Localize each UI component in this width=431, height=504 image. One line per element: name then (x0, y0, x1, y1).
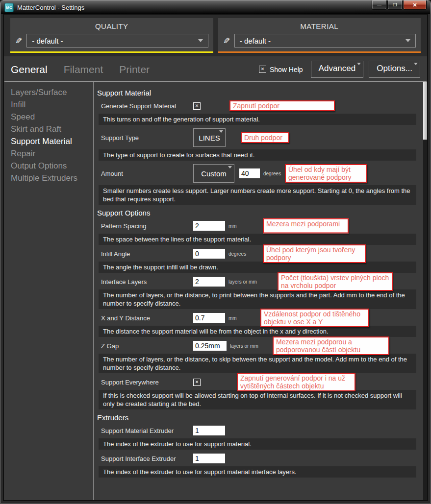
help-text: The index of the extruder to use for sup… (99, 466, 416, 478)
scrollbar-thumb[interactable] (423, 82, 427, 140)
sidebar-item-speed[interactable]: Speed (11, 111, 93, 123)
setting-row-support-interface-extruder: Support Interface Extruder (94, 453, 423, 464)
setting-row-amount: AmountCustomdegreesÚhel od kdy mají být … (94, 164, 423, 183)
input-pattern-spacing[interactable] (193, 221, 225, 231)
setting-row-z-gap: Z Gaplayers or mmMezera mezi podporou a … (94, 340, 423, 352)
options-button-label: Options... (377, 64, 412, 73)
sidebar-item-multiple-extruders[interactable]: Multiple Extruders (11, 172, 93, 184)
annotation-note: Úhel od kdy mají být generované podpory (285, 164, 367, 183)
quality-preset-select[interactable]: - default - (26, 34, 208, 48)
annotation-note: Počet (tlouškta) vrstev plných ploch na … (278, 272, 393, 291)
input-support-interface-extruder[interactable] (193, 454, 225, 463)
dropdown-value: Custom (201, 169, 227, 178)
chevron-down-icon (406, 39, 410, 42)
setting-row-support-material-extruder: Support Material Extruder (94, 425, 423, 436)
annotation-note: Vzdálenost podpor od tištěného objektu v… (260, 309, 369, 327)
show-help-label: Show Help (270, 66, 303, 73)
setting-label: Generate Support Material (101, 102, 193, 110)
help-text: The type of support to create for surfac… (99, 149, 416, 161)
sidebar-item-skirt-and-raft[interactable]: Skirt and Raft (11, 123, 93, 135)
sidebar-item-repair[interactable]: Repair (11, 147, 93, 160)
unit-label: layers or mm (230, 343, 258, 349)
window-body: QUALITY ✎ - default - MATERIAL ✎ - defau… (3, 14, 428, 501)
help-text: The number of layers, or the distance, t… (99, 354, 416, 373)
tab-bar: GeneralFilamentPrinter ✕ Show Help Advan… (4, 56, 427, 81)
checked-checkbox-icon[interactable]: ✕ (193, 379, 201, 386)
settings-panel: Support MaterialGenerate Support Materia… (94, 82, 423, 500)
quality-panel-title: QUALITY (15, 22, 208, 30)
setting-label: Support Interface Extruder (101, 455, 193, 462)
edit-pencil-icon[interactable]: ✎ (15, 37, 22, 45)
setting-row-support-everywhere: Support Everywhere✕Zapnutí generování po… (94, 376, 423, 388)
sidebar-item-layers-surface[interactable]: Layers/Surface (11, 86, 93, 98)
setting-row-infill-angle: Infill AngledegreesÚhel pod kterým jsou … (94, 248, 423, 260)
minimize-button-icon[interactable]: — (372, 0, 387, 10)
setting-row-generate-support-material: Generate Support Material✕Zapnutí podpor (94, 100, 423, 112)
setting-label: X and Y Distance (101, 314, 193, 322)
title-bar[interactable]: MC MatterControl - Settings — ❐ ✕ (0, 0, 431, 14)
setting-row-pattern-spacing: Pattern SpacingmmMezera mezi podporami (94, 220, 423, 232)
annotation-note: Druh podpor (241, 132, 289, 143)
sidebar-item-support-material[interactable]: Support Material (11, 135, 93, 147)
unit-label: layers or mm (228, 279, 257, 285)
show-help-toggle[interactable]: ✕ Show Help (259, 66, 303, 73)
quality-preset-value: - default - (32, 37, 63, 45)
help-text: This turns on and off the generation of … (99, 114, 416, 125)
sidebar-item-output-options[interactable]: Output Options (11, 160, 93, 172)
chevron-down-icon (219, 130, 223, 133)
section-heading-support-material: Support Material (94, 89, 423, 97)
advanced-button[interactable]: Advanced (311, 61, 364, 78)
unit-label: mm (228, 315, 237, 321)
help-text: Smaller numbers create less support. Lar… (99, 185, 416, 205)
maximize-button-icon[interactable]: ❐ (387, 0, 403, 10)
checked-checkbox-icon[interactable]: ✕ (193, 102, 201, 110)
setting-label: Support Material Extruder (101, 427, 193, 434)
tab-filament[interactable]: Filament (64, 64, 103, 75)
setting-row-interface-layers: Interface Layerslayers or mmPočet (tlouš… (94, 276, 423, 288)
input-support-material-extruder[interactable] (193, 426, 225, 435)
quality-preset-panel: QUALITY ✎ - default - (10, 18, 213, 53)
setting-label: Support Everywhere (101, 379, 193, 386)
close-button-icon[interactable]: ✕ (403, 0, 427, 10)
annotation-note: Mezera mezi podporami (263, 218, 349, 234)
dropdown-amount[interactable]: Custom (193, 164, 234, 183)
annotation-note: Úhel pod kterým jsou tvořeny podpory (263, 244, 366, 263)
checked-checkbox-icon[interactable]: ✕ (259, 66, 266, 73)
window-controls: — ❐ ✕ (372, 0, 427, 10)
dropdown-value: LINES (199, 134, 220, 142)
input-infill-angle[interactable] (193, 249, 225, 259)
tab-printer[interactable]: Printer (119, 64, 150, 75)
unit-label: mm (228, 223, 237, 229)
material-preset-value: - default - (240, 37, 271, 45)
edit-pencil-icon[interactable]: ✎ (223, 37, 230, 45)
advanced-button-label: Advanced (319, 64, 356, 73)
app-icon: MC (4, 3, 14, 12)
setting-label: Amount (101, 170, 193, 177)
setting-row-x-and-y-distance: X and Y DistancemmVzdálenost podpor od t… (94, 312, 423, 324)
window-title: MatterControl - Settings (17, 4, 84, 11)
scrollbar[interactable] (423, 82, 427, 500)
annotation-note: Zapnutí generování podpor i na už vytišt… (237, 373, 355, 391)
annotation-note: Mezera mezi podporou a podporovanou část… (273, 336, 389, 355)
input-z-gap[interactable] (193, 341, 227, 351)
app-window: MC MatterControl - Settings — ❐ ✕ QUALIT… (0, 0, 431, 504)
annotation-note: Zapnutí podpor (229, 100, 335, 111)
help-text: The angle the support infill will be dra… (99, 262, 416, 273)
material-preset-select[interactable]: - default - (234, 34, 416, 48)
sidebar-item-infill[interactable]: Infill (11, 98, 93, 111)
tabs: GeneralFilamentPrinter (11, 64, 166, 75)
chevron-down-icon (414, 63, 418, 65)
setting-label: Support Type (101, 134, 193, 142)
tab-general[interactable]: General (11, 64, 48, 75)
input-x-and-y-distance[interactable] (193, 313, 225, 323)
options-button[interactable]: Options... (369, 61, 420, 78)
sidebar: Layers/SurfaceInfillSpeedSkirt and RaftS… (4, 82, 93, 500)
dropdown-support-type[interactable]: LINES (193, 128, 226, 147)
input-amount[interactable] (239, 168, 260, 178)
chevron-down-icon (357, 63, 361, 65)
material-panel-title: MATERIAL (223, 22, 416, 30)
setting-label: Interface Layers (101, 278, 193, 286)
content-area: Layers/SurfaceInfillSpeedSkirt and RaftS… (4, 82, 427, 500)
input-interface-layers[interactable] (193, 277, 225, 287)
material-preset-panel: MATERIAL ✎ - default - (218, 18, 421, 53)
